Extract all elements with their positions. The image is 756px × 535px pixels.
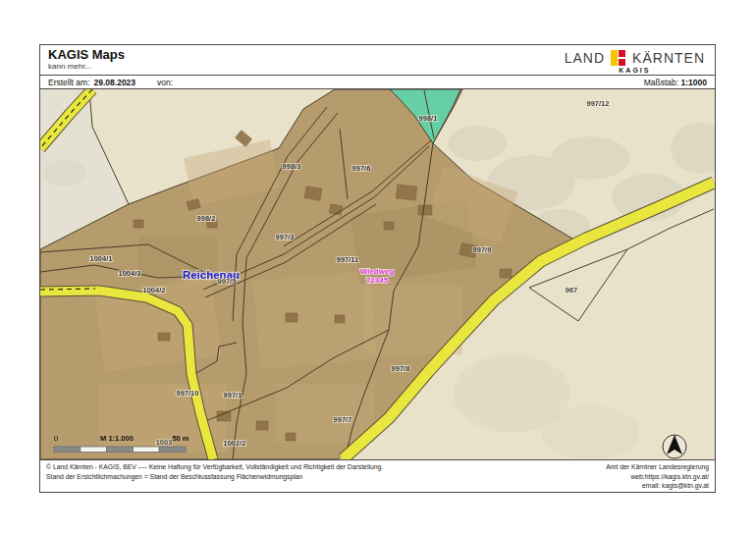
parcel-label-997-8: 997/8 xyxy=(392,364,410,373)
parcel-label-997-1: 997/1 xyxy=(224,391,243,400)
created-label: Erstellt am: xyxy=(48,78,90,87)
parcel-label-998-2: 998/2 xyxy=(197,214,216,223)
parcel-label-997-10: 997/10 xyxy=(177,389,199,398)
scalebar-segments xyxy=(54,447,186,453)
created-date: 29.08.2023 xyxy=(94,78,136,87)
parcel-label-967: 967 xyxy=(566,286,578,294)
footer-left-line1: © Land Kärnten - KAGIS, BEV ---- Keine H… xyxy=(46,462,383,471)
parcel-label-997-7: 997/7 xyxy=(334,415,352,424)
app-subtitle: kann mehr... xyxy=(48,62,125,71)
parcel-label-1002-2: 1002/2 xyxy=(224,439,246,448)
parcel-label-998-3: 998/3 xyxy=(283,162,301,171)
author-label: von: xyxy=(157,78,173,87)
north-arrow-icon xyxy=(663,435,686,458)
logo-caption: KAGIS xyxy=(619,67,650,74)
footer-left-line2: Stand der Ersichtlichmachungen = Stand d… xyxy=(46,472,383,481)
footer-right-line1: Amt der Kärntner Landesregierung xyxy=(606,462,709,471)
document-header: KAGIS Maps kann mehr... LAND KÄRNTEN KAG… xyxy=(40,45,715,76)
parcel-label-1004-3: 1004/3 xyxy=(119,269,141,278)
parcel-label-1004-2: 1004/2 xyxy=(143,286,166,294)
kagis-print-page: KAGIS Maps kann mehr... LAND KÄRNTEN KAG… xyxy=(0,0,756,535)
scale-label: Maßstab: xyxy=(644,78,678,87)
parcel-label-1003: 1003 xyxy=(156,438,173,447)
app-title: KAGIS Maps xyxy=(48,48,125,62)
parcel-label-997-5: 997/5 xyxy=(218,277,237,286)
document-footer: © Land Kärnten - KAGIS, BEV ---- Keine H… xyxy=(40,459,715,492)
footer-right-line3: email: kagis@ktn.gv.at xyxy=(606,481,709,490)
address-number-label: 72345 xyxy=(366,276,389,285)
print-document: KAGIS Maps kann mehr... LAND KÄRNTEN KAG… xyxy=(39,44,716,493)
parcel-label-997-11: 997/11 xyxy=(337,255,359,264)
map-canvas: Reichenau Wiedweg 72345 997/12998/1998/3… xyxy=(40,89,715,459)
land-kaernten-logo: LAND KÄRNTEN KAGIS xyxy=(565,50,705,74)
scale-value: 1:1000 xyxy=(681,78,707,87)
parcel-label-1004-1: 1004/1 xyxy=(90,254,113,263)
scalebar-end: 50 m xyxy=(172,434,189,443)
address-street-label: Wiedweg xyxy=(360,267,395,276)
parcel-label-997-6: 997/6 xyxy=(352,164,371,173)
parcel-label-997-9: 997/9 xyxy=(473,245,492,254)
scalebar-title: M 1:1.000 xyxy=(100,434,134,443)
footer-right-line2: web:https://kagis.ktn.gv.at/ xyxy=(606,472,709,481)
logo-word-kaernten: KÄRNTEN xyxy=(632,50,705,66)
parcel-label-997-3: 997/3 xyxy=(276,233,295,241)
logo-word-land: LAND xyxy=(565,50,605,66)
scalebar-zero: 0 xyxy=(54,434,58,443)
app-title-block: KAGIS Maps kann mehr... xyxy=(48,48,125,71)
info-bar: Erstellt am: 29.08.2023 von: Maßstab: 1:… xyxy=(40,76,715,90)
kaernten-coat-icon xyxy=(611,50,626,66)
footer-contact: Amt der Kärntner Landesregierung web:htt… xyxy=(606,462,709,490)
map-viewport: Reichenau Wiedweg 72345 997/12998/1998/3… xyxy=(40,89,715,459)
parcel-label-997-12: 997/12 xyxy=(587,99,610,108)
parcel-label-998-1: 998/1 xyxy=(419,114,438,123)
footer-disclaimer: © Land Kärnten - KAGIS, BEV ---- Keine H… xyxy=(46,462,383,490)
